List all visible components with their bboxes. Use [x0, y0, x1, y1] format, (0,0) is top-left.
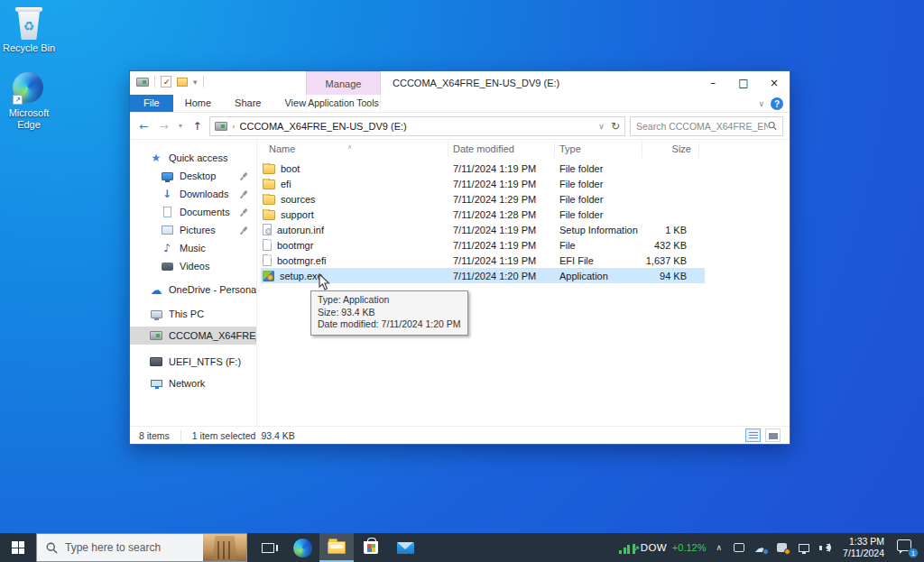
- tab-home[interactable]: Home: [173, 95, 223, 112]
- file-explorer-window: ✓ ▾ Manage CCCOMA_X64FRE_EN-US_DV9 (E:) …: [129, 70, 790, 445]
- folder-icon: [263, 210, 275, 220]
- stock-index-label: DOW: [641, 542, 667, 553]
- microsoft-store-icon: [364, 541, 378, 554]
- window-drive-icon: [136, 78, 149, 87]
- minimize-button[interactable]: –: [698, 71, 728, 95]
- security-tray-icon[interactable]: [775, 542, 789, 554]
- file-info-tooltip: Type: Application Size: 93.4 KB Date mod…: [310, 290, 468, 336]
- pictures-icon: [161, 224, 173, 236]
- sidebar-item-downloads[interactable]: ↓ Downloads: [130, 185, 256, 203]
- notification-count-badge: 1: [908, 548, 919, 558]
- file-row-bootmgr[interactable]: bootmgr 7/11/2024 1:19 PM File 432 KB: [261, 237, 705, 253]
- task-view-button[interactable]: [251, 533, 285, 562]
- file-row-bootmgr-efi[interactable]: bootmgr.efi 7/11/2024 1:19 PM EFI File 1…: [261, 253, 705, 268]
- file-row-autorun-inf[interactable]: autorun.inf 7/11/2024 1:19 PM Setup Info…: [261, 222, 705, 237]
- qat-customize-chevron-icon[interactable]: ▾: [193, 78, 198, 87]
- desktop-icon-recycle-bin[interactable]: ♻ Recycle Bin: [0, 7, 58, 54]
- setup-information-file-icon: [263, 224, 272, 235]
- sort-ascending-icon: ∧: [347, 140, 352, 156]
- desktop: { "colors": { "accent": "#1e7ad1", "sele…: [0, 0, 924, 562]
- taskbar-clock[interactable]: 1:33 PM 7/11/2024: [840, 536, 887, 559]
- breadcrumb[interactable]: › CCCOMA_X64FRE_EN-US_DV9 (E:) ∨ ↻: [209, 116, 625, 136]
- taskbar-app-store[interactable]: [354, 533, 388, 562]
- sidebar-item-music[interactable]: ♪ Music: [130, 239, 256, 257]
- up-button[interactable]: ↑: [189, 120, 205, 133]
- sidebar-item-network[interactable]: Network: [130, 374, 256, 392]
- music-icon: ♪: [161, 242, 173, 254]
- search-highlight-image[interactable]: [203, 534, 246, 561]
- stock-change-value: +0.12%: [672, 542, 707, 553]
- stock-chart-icon: ↗: [619, 542, 635, 554]
- folder-icon: [263, 195, 275, 205]
- mouse-cursor: [319, 273, 331, 291]
- forward-button[interactable]: →: [156, 120, 171, 133]
- sidebar-item-quick-access[interactable]: ★ Quick access: [130, 149, 256, 167]
- file-row-efi[interactable]: efi 7/11/2024 1:19 PM File folder: [261, 176, 705, 191]
- stock-ticker-widget[interactable]: ↗ DOW +0.12%: [619, 542, 706, 554]
- onedrive-tray-icon[interactable]: ☁: [753, 542, 767, 554]
- help-icon[interactable]: ?: [771, 97, 783, 110]
- contextual-tab-group-manage[interactable]: Manage: [306, 71, 381, 95]
- tab-share[interactable]: Share: [223, 95, 273, 112]
- sidebar-item-onedrive[interactable]: ☁ OneDrive - Personal: [130, 281, 256, 299]
- search-placeholder: Type here to search: [65, 541, 161, 554]
- refresh-icon[interactable]: ↻: [611, 120, 620, 133]
- onedrive-info-badge: [762, 548, 769, 555]
- sidebar-item-cccoma-drive[interactable]: CCCOMA_X64FRE_EN: [130, 327, 256, 345]
- mail-icon: [397, 542, 414, 554]
- taskbar-app-edge[interactable]: [285, 533, 319, 562]
- column-header-name[interactable]: Name ∧: [257, 141, 448, 158]
- edge-icon: ↗: [13, 72, 45, 105]
- recent-locations-chevron-icon[interactable]: ▾: [176, 122, 185, 130]
- file-row-sources[interactable]: sources 7/11/2024 1:29 PM File folder: [261, 191, 705, 207]
- properties-button[interactable]: ✓: [161, 76, 171, 88]
- ribbon-collapse-chevron-icon[interactable]: ∨: [758, 99, 764, 108]
- column-header-date-modified[interactable]: Date modified: [448, 141, 555, 158]
- status-bar: 8 items 1 item selected 93.4 KB: [130, 426, 790, 444]
- sidebar-item-videos[interactable]: Videos: [130, 257, 256, 275]
- taskbar-app-file-explorer[interactable]: [319, 533, 354, 562]
- desktop-icon-microsoft-edge[interactable]: ↗ Microsoft Edge: [0, 72, 58, 130]
- status-item-count: 8 items: [139, 430, 170, 441]
- title-bar[interactable]: ✓ ▾ Manage CCCOMA_X64FRE_EN-US_DV9 (E:) …: [130, 71, 790, 95]
- file-row-support[interactable]: support 7/11/2024 1:28 PM File folder: [261, 207, 705, 222]
- action-center-button[interactable]: 1: [897, 539, 917, 556]
- address-bar: ← → ▾ ↑ › CCCOMA_X64FRE_EN-US_DV9 (E:) ∨…: [130, 113, 790, 140]
- column-header-type[interactable]: Type: [555, 141, 642, 158]
- cloud-icon: ☁: [150, 283, 162, 296]
- tab-application-tools[interactable]: Application Tools: [306, 95, 381, 112]
- documents-icon: [161, 206, 173, 218]
- tab-file[interactable]: File: [130, 95, 173, 112]
- sidebar-item-uefi-ntfs[interactable]: UEFI_NTFS (F:): [130, 353, 256, 371]
- start-button[interactable]: [0, 533, 36, 562]
- network-tray-icon[interactable]: [797, 542, 810, 554]
- pin-icon: [240, 226, 248, 235]
- address-dropdown-chevron-icon[interactable]: ∨: [598, 122, 605, 131]
- ribbon-tabs: File Home Share View Application Tools ∨…: [130, 95, 790, 113]
- quick-access-toolbar: ✓ ▾: [136, 76, 204, 88]
- maximize-button[interactable]: □: [728, 71, 759, 95]
- large-icons-view-button[interactable]: [765, 428, 781, 442]
- taskbar-app-mail[interactable]: [388, 533, 422, 562]
- volume-tray-icon[interactable]: [818, 542, 832, 554]
- desktop-icon: [161, 170, 173, 182]
- details-view-button[interactable]: [745, 428, 761, 442]
- breadcrumb-path[interactable]: CCCOMA_X64FRE_EN-US_DV9 (E:): [240, 121, 595, 132]
- sidebar-item-pictures[interactable]: Pictures: [130, 221, 256, 239]
- file-icon: [263, 239, 272, 251]
- explorer-search-input[interactable]: Search CCCOMA_X64FRE_EN-...: [630, 116, 783, 136]
- file-row-boot[interactable]: boot 7/11/2024 1:19 PM File folder: [261, 161, 705, 176]
- sidebar-item-documents[interactable]: Documents: [130, 203, 256, 221]
- tablet-mode-tray-icon[interactable]: [732, 542, 745, 554]
- close-button[interactable]: ×: [759, 71, 790, 95]
- taskbar-search-input[interactable]: Type here to search: [36, 533, 247, 562]
- new-folder-button[interactable]: [177, 78, 188, 87]
- task-view-icon: [262, 543, 274, 553]
- window-controls: – □ ×: [698, 71, 790, 95]
- sidebar-item-desktop[interactable]: Desktop: [130, 167, 256, 185]
- column-header-size[interactable]: Size: [642, 141, 699, 158]
- sidebar-item-this-pc[interactable]: This PC: [130, 305, 256, 323]
- desktop-icon-label: Recycle Bin: [0, 42, 58, 54]
- hidden-icons-chevron-icon[interactable]: ∧: [714, 543, 724, 552]
- back-button[interactable]: ←: [136, 120, 152, 133]
